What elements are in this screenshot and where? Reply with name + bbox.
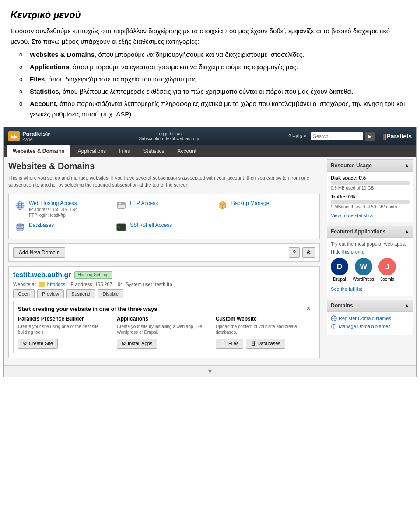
help-button[interactable]: ? Help ▾ bbox=[288, 134, 306, 139]
domains-section: Domains ▲ Register Domain Names bbox=[327, 300, 413, 335]
open-button[interactable]: Open bbox=[13, 289, 35, 298]
see-full-list-link[interactable]: See the full list bbox=[331, 286, 362, 292]
domains-header: Domains ▲ bbox=[327, 300, 413, 312]
disk-space-item: Disk space: 0% 0.5 MB used of 10 GB bbox=[331, 175, 410, 190]
disk-space-bar bbox=[331, 181, 410, 185]
ssh-link[interactable]: SSH/Shell Access bbox=[130, 222, 172, 228]
featured-apps-desc: Try out the most popular web apps. bbox=[331, 241, 410, 247]
preview-button[interactable]: Preview bbox=[37, 289, 64, 298]
databases-button[interactable]: 🗄 Databases bbox=[246, 339, 285, 349]
drupal-icon[interactable]: D bbox=[331, 258, 348, 275]
manage-domain-link[interactable]: Manage Domain Names bbox=[331, 323, 410, 329]
drupal-label: Drupal bbox=[333, 277, 346, 282]
traffic-detail: 0 MB/month used of 50 GB/month bbox=[331, 205, 410, 209]
ip-address: IP address: 155.207.1.94 bbox=[69, 282, 123, 287]
search-input[interactable] bbox=[311, 132, 363, 140]
ftp-link[interactable]: FTP Access bbox=[130, 200, 158, 206]
register-domain-link[interactable]: Register Domain Names bbox=[331, 315, 410, 321]
joomla-label: Joomla bbox=[380, 277, 394, 282]
tab-account[interactable]: Account bbox=[172, 145, 203, 157]
tab-files[interactable]: Files bbox=[113, 145, 136, 157]
question-icon: ? bbox=[288, 134, 291, 139]
help-icon-btn[interactable]: ? bbox=[289, 247, 300, 258]
install-apps-button[interactable]: ⚙ Install Apps bbox=[117, 339, 157, 349]
suspend-button[interactable]: Suspend bbox=[66, 289, 95, 298]
greek-list-item-1: Websites & Domains, όπου μπορούμε να δημ… bbox=[19, 49, 410, 60]
app-icons: D Drupal W WordPress J bbox=[331, 258, 410, 282]
tab-websites-domains[interactable]: Websites & Domains bbox=[7, 145, 70, 157]
databases-icon bbox=[14, 221, 26, 233]
featured-apps-header: Featured Applications ▲ bbox=[327, 226, 413, 238]
right-sidebar: Resource Usage ▲ Disk space: 0% 0.5 MB u… bbox=[324, 157, 416, 365]
resource-usage-body: Disk space: 0% 0.5 MB used of 10 GB Traf… bbox=[327, 172, 413, 222]
help-chevron-icon: ▾ bbox=[304, 134, 306, 139]
web-hosting-ip: IP address: 155.207.1.94 bbox=[29, 207, 78, 212]
subscription-info: Subscription testit.web.auth.gr bbox=[139, 136, 199, 141]
add-domain-bar: Add New Domain ? ⚙ bbox=[8, 243, 320, 262]
domain-name-link[interactable]: testit.web.auth.gr bbox=[13, 271, 71, 279]
panel-wrapper: ▶▶ Parallels® Panel Logged in as Subscri… bbox=[4, 127, 416, 377]
custom-website-desc: Upload the content of your site and crea… bbox=[216, 324, 310, 335]
backup-link[interactable]: Backup Manager bbox=[231, 200, 271, 206]
service-ftp: FTP Access bbox=[115, 199, 213, 218]
resource-usage-header: Resource Usage ▲ bbox=[327, 160, 413, 172]
logo-text: Parallels® bbox=[22, 131, 50, 137]
greek-list-item-4: Statistics, όπου βλέπουμε λεπτομερείς εκ… bbox=[19, 86, 410, 97]
wordpress-icon[interactable]: W bbox=[355, 258, 372, 275]
page-description: This is where you set up and manage webs… bbox=[8, 175, 320, 188]
tab-statistics[interactable]: Statistics bbox=[137, 145, 171, 157]
logo-box: ▶▶ bbox=[8, 131, 20, 141]
httpdocs-link[interactable]: httpdocs/ bbox=[47, 282, 67, 287]
services-grid: Web Hosting Access IP address: 155.207.1… bbox=[8, 194, 320, 239]
svg-point-7 bbox=[119, 203, 120, 204]
main-content: Websites & Domains This is where you set… bbox=[4, 157, 416, 365]
web-hosting-icon bbox=[14, 199, 26, 212]
featured-apps-title: Featured Applications bbox=[331, 229, 386, 235]
website-at-label: Website at bbox=[13, 282, 36, 287]
hosting-badge: Hosting Settings bbox=[74, 271, 112, 279]
hide-promo-link[interactable]: Hide this promo bbox=[331, 249, 410, 254]
applications-col-desc: Create your site by installing a web app… bbox=[117, 324, 211, 335]
domain-header: testit.web.auth.gr Hosting Settings bbox=[13, 271, 315, 279]
search-button[interactable]: ▶ bbox=[365, 132, 374, 141]
domains-collapse-icon[interactable]: ▲ bbox=[404, 303, 410, 309]
files-button[interactable]: 📄 Files bbox=[216, 339, 243, 349]
traffic-label: Traffic: 0% bbox=[331, 194, 410, 199]
databases-link[interactable]: Databases bbox=[29, 222, 54, 228]
resource-usage-collapse-icon[interactable]: ▲ bbox=[404, 162, 410, 169]
domains-body: Register Domain Names Manage Domain Name… bbox=[327, 312, 413, 335]
web-hosting-ftp: FTP login: testit-ftp bbox=[29, 213, 78, 218]
settings-icon-btn[interactable]: ⚙ bbox=[302, 247, 315, 258]
applications-col-title: Applications bbox=[117, 316, 211, 322]
folder-icon bbox=[38, 282, 45, 287]
search-area: ▶ bbox=[311, 132, 374, 141]
presence-builder-desc: Create your site using one of the best s… bbox=[18, 324, 112, 335]
domain-meta: Website at httpdocs/ IP address: 155.207… bbox=[13, 282, 315, 287]
presence-builder-col: Parallels Presence Builder Create your s… bbox=[18, 316, 112, 349]
ssh-icon: >_ bbox=[115, 221, 127, 233]
nav-tabs: Websites & Domains Applications Files St… bbox=[4, 145, 416, 157]
view-more-statistics-link[interactable]: View more statistics bbox=[331, 213, 410, 218]
featured-apps-collapse-icon[interactable]: ▲ bbox=[404, 229, 410, 235]
page-title: Websites & Domains bbox=[8, 161, 320, 171]
logged-in-label: Logged in as bbox=[157, 131, 182, 136]
logo-icon: ▶▶ bbox=[10, 134, 18, 139]
resource-usage-section: Resource Usage ▲ Disk space: 0% 0.5 MB u… bbox=[327, 159, 413, 222]
joomla-icon[interactable]: J bbox=[378, 258, 396, 275]
greek-content: Κεντρικό μενού Εφόσον συνδεθούμε επιτυχώ… bbox=[0, 0, 420, 127]
web-hosting-link[interactable]: Web Hosting Access bbox=[29, 200, 77, 206]
disk-space-label: Disk space: 0% bbox=[331, 175, 410, 180]
disable-button[interactable]: Disable bbox=[98, 289, 123, 298]
domain-card: testit.web.auth.gr Hosting Settings Webs… bbox=[8, 266, 320, 358]
joomla-app: J Joomla bbox=[378, 258, 396, 282]
databases-btn-icon: 🗄 bbox=[251, 341, 256, 346]
files-icon: 📄 bbox=[220, 341, 227, 346]
tab-applications[interactable]: Applications bbox=[71, 145, 112, 157]
left-panel: Websites & Domains This is where you set… bbox=[4, 157, 324, 365]
start-box-close-button[interactable]: ✕ bbox=[306, 305, 311, 312]
create-site-button[interactable]: ⚙ Create Site bbox=[18, 339, 58, 349]
add-domain-button[interactable]: Add New Domain bbox=[13, 247, 65, 258]
resource-usage-title: Resource Usage bbox=[331, 162, 372, 169]
scroll-down-icon: ▼ bbox=[206, 367, 214, 375]
start-columns: Parallels Presence Builder Create your s… bbox=[18, 316, 310, 349]
